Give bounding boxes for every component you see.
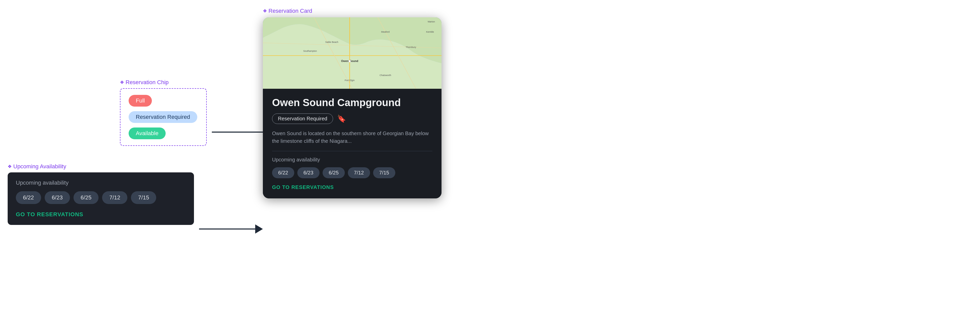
card-go-to-reservations-button[interactable]: GO TO RESERVATIONS <box>272 184 432 190</box>
date-chip-4[interactable]: 7/15 <box>131 191 156 204</box>
reservation-card-section: Reservation Card Owen Sound Southampton … <box>263 8 442 198</box>
date-chip-3[interactable]: 7/12 <box>102 191 127 204</box>
svg-text:Thornbury: Thornbury <box>406 46 416 48</box>
svg-text:Sable Beach: Sable Beach <box>325 41 338 43</box>
go-to-reservations-button[interactable]: GO TO RESERVATIONS <box>16 211 186 218</box>
card-date-chip-3[interactable]: 7/12 <box>348 167 370 178</box>
card-divider <box>272 151 432 151</box>
svg-text:Meaford: Meaford <box>381 31 390 33</box>
card-date-chip-4[interactable]: 7/15 <box>373 167 395 178</box>
svg-rect-15 <box>348 60 351 62</box>
card-map: Owen Sound Southampton Thornbury Sable B… <box>263 17 442 89</box>
chip-available: Available <box>129 128 165 139</box>
chip-reservation-required: Reservation Required <box>129 111 197 123</box>
card-date-chips-row: 6/22 6/23 6/25 7/12 7/15 <box>272 167 432 178</box>
date-chip-1[interactable]: 6/23 <box>45 191 70 204</box>
upcoming-availability-label: Upcoming Availability <box>8 163 194 170</box>
svg-text:Chatsworth: Chatsworth <box>380 74 391 76</box>
card-chip-reservation-required: Reservation Required <box>272 114 333 124</box>
arrow-head-2 <box>255 225 263 234</box>
reservation-chip-label: Reservation Chip <box>120 79 207 86</box>
bookmark-icon[interactable]: 🔖 <box>337 114 346 123</box>
card-title: Owen Sound Campground <box>272 97 432 108</box>
reservation-chip-section: Reservation Chip Full Reservation Requir… <box>120 79 207 146</box>
map-svg: Owen Sound Southampton Thornbury Sable B… <box>263 17 442 89</box>
availability-card: Upcoming availability 6/22 6/23 6/25 7/1… <box>8 173 194 225</box>
card-availability-label: Upcoming availability <box>272 157 432 163</box>
date-chip-0[interactable]: 6/22 <box>16 191 41 204</box>
svg-text:Port Elgin: Port Elgin <box>345 79 355 82</box>
chip-full: Full <box>129 95 152 106</box>
card-date-chip-1[interactable]: 6/23 <box>298 167 320 178</box>
date-chip-2[interactable]: 6/25 <box>73 191 99 204</box>
arrow-line-2 <box>199 228 255 230</box>
chip-box: Full Reservation Required Available <box>120 88 207 146</box>
arrow-availability-to-card <box>199 225 263 234</box>
svg-text:Southampton: Southampton <box>303 50 317 52</box>
card-body: Owen Sound Campground Reservation Requir… <box>263 89 442 198</box>
svg-text:Warton: Warton <box>428 21 435 23</box>
arrow-line-1 <box>212 131 268 133</box>
svg-text:Kemble: Kemble <box>426 31 434 33</box>
upcoming-availability-section: Upcoming Availability Upcoming availabil… <box>8 163 194 225</box>
card-date-chip-2[interactable]: 6/25 <box>323 167 345 178</box>
card-description: Owen Sound is located on the southern sh… <box>272 130 432 145</box>
reservation-card-section-label: Reservation Card <box>263 8 442 14</box>
card-date-chip-0[interactable]: 6/22 <box>272 167 294 178</box>
card-chips-row: Reservation Required 🔖 <box>272 114 432 124</box>
date-chips-row: 6/22 6/23 6/25 7/12 7/15 <box>16 191 186 204</box>
availability-card-label: Upcoming availability <box>16 179 186 186</box>
reservation-card: Owen Sound Southampton Thornbury Sable B… <box>263 17 442 198</box>
